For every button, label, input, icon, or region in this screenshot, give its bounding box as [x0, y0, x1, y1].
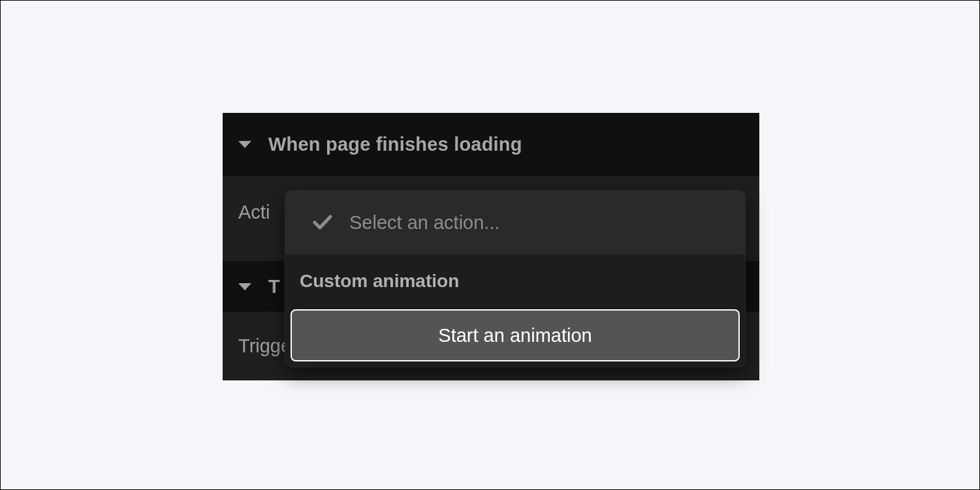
dropdown-placeholder-text: Select an action...: [349, 212, 500, 234]
section-title: When page finishes loading: [268, 134, 522, 155]
caret-down-icon: [238, 141, 251, 148]
section-header-page-load[interactable]: When page finishes loading: [223, 113, 759, 176]
dropdown-actions: Start an animation: [285, 308, 745, 367]
section-title: T: [268, 276, 280, 298]
check-icon: [313, 215, 332, 230]
caret-down-icon: [238, 283, 251, 290]
action-dropdown[interactable]: Select an action... Custom animation Sta…: [285, 190, 746, 367]
dropdown-option-start-animation[interactable]: Start an animation: [291, 309, 740, 361]
action-label: Acti: [238, 202, 270, 223]
dropdown-group-label: Custom animation: [285, 254, 745, 308]
dropdown-option-placeholder[interactable]: Select an action...: [285, 191, 745, 254]
dropdown-group-text: Custom animation: [300, 271, 459, 292]
dropdown-option-text: Start an animation: [438, 325, 592, 346]
